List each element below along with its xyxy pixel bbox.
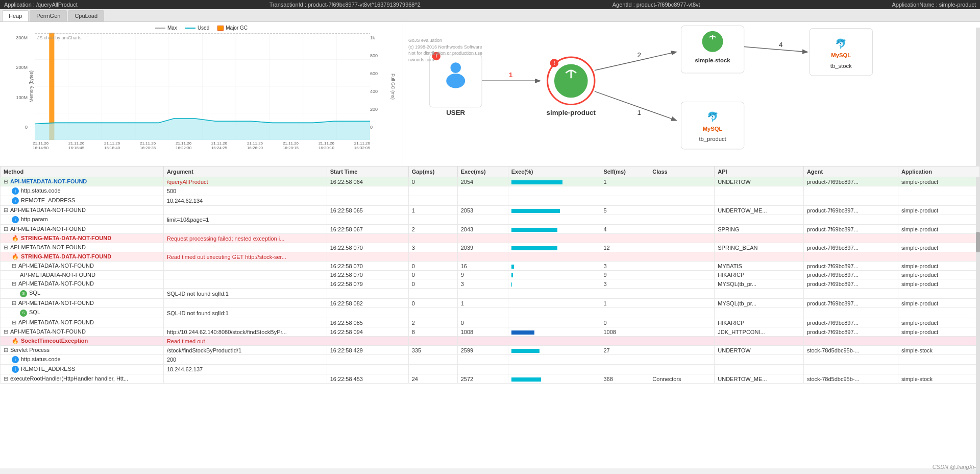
x-label-5: 21.11.2616:24:25 [211,141,227,150]
cell-start-time: 16:22:58 064 [327,177,408,186]
expand-icon[interactable]: ⊟ [4,226,8,232]
tabs-bar: Heap PermGen CpuLoad [0,9,980,22]
table-row: ihttp.paramlimit=10&page=1 [1,215,980,225]
expand-icon[interactable]: ⊟ [12,263,16,269]
cell-gap: 0 [408,279,457,289]
expand-icon[interactable]: ⊟ [12,319,16,325]
cell-application: simple-product [898,243,979,252]
tab-cpuload[interactable]: CpuLoad [68,10,104,21]
cell-application [898,234,979,243]
cell-start-time: 16:22:58 070 [327,262,408,271]
expand-icon[interactable]: ⊟ [4,347,8,353]
expand-icon[interactable]: ⊟ [4,244,8,250]
col-api: API [715,167,804,177]
cell-agent: product-7f69bc897... [803,327,898,337]
cell-application [898,252,979,262]
cell-gap [408,215,457,225]
y-right-1k: 1k [370,35,375,40]
cell-agent [803,355,898,365]
cell-exec-pct [508,279,600,289]
table-row: 🔥STRING-META-DATA-NOT-FOUNDRead timed ou… [1,252,980,262]
top-bar: Application : /queryAllProduct Transacti… [0,0,980,9]
cell-api [715,365,804,374]
cell-gap: 24 [408,374,457,384]
cell-argument: 10.244.62.137 [163,365,327,374]
cell-method: ⊟API-METADATA-NOT-FOUND [1,262,164,271]
col-application: Application [898,167,979,177]
expand-icon[interactable]: ⊟ [12,280,16,287]
cell-gap: 1 [408,206,457,215]
cell-exec: 16 [457,262,508,271]
cell-application [898,365,979,374]
y-right-600: 600 [370,71,378,76]
x-label-7: 21.11.2616:28:15 [283,141,299,150]
cell-self: 4 [600,225,649,234]
cell-start-time: 16:22:58 082 [327,299,408,308]
cell-start-time: 16:22:58 070 [327,271,408,279]
legend-used-label: Used [198,25,209,31]
cell-application [898,186,979,196]
sql-icon: S [20,310,27,317]
cell-application: simple-product [898,299,979,308]
table-body: ⊟API-METADATA-NOT-FOUND/queryAllProduct1… [1,177,980,384]
cell-argument: SQL-ID not found sqlId:1 [163,308,327,318]
cell-api: MYSQL(tb_pr... [715,299,804,308]
cell-application [898,308,979,318]
method-text: http.status.code [21,187,61,194]
scrollbar-thumb[interactable] [976,232,980,252]
cell-api [715,234,804,243]
cell-api: UNDERTOW [715,346,804,355]
svg-text:!: ! [553,61,555,66]
cell-api [715,289,804,299]
table-row: 🔥SocketTimeoutExceptionRead timed out [1,337,980,346]
scrollbar-track[interactable] [976,28,980,474]
cell-method: ihttp.status.code [1,186,164,196]
cell-start-time: 16:22:58 085 [327,318,408,327]
table-row: ⊟API-METADATA-NOT-FOUND16:22:58 082011MY… [1,299,980,308]
cell-agent: product-7f69bc897... [803,318,898,327]
tab-permgen[interactable]: PermGen [30,10,67,21]
cell-class [649,196,715,206]
expand-icon[interactable]: ⊟ [4,328,8,335]
cell-api: UNDERTOW_ME... [715,206,804,215]
cell-argument [163,225,327,234]
expand-icon[interactable]: ⊟ [12,300,16,306]
expand-icon[interactable]: ⊟ [4,207,8,213]
cell-self: 1 [600,177,649,186]
exec-bar [511,377,541,382]
cell-exec-pct [508,196,600,206]
cell-agent [803,308,898,318]
cell-class [649,243,715,252]
expand-icon[interactable]: ⊟ [4,375,8,382]
cell-exec: 2043 [457,225,508,234]
table-section[interactable]: Method Argument Start Time Gap(ms) Exec(… [0,166,980,468]
fire-icon: 🔥 [12,338,19,344]
table-row: ihttp.status.code200 [1,355,980,365]
method-text: executeRootHandler(HttpHandler handler, … [10,375,128,382]
cell-self [600,308,649,318]
cell-method: ⊟API-METADATA-NOT-FOUND [1,225,164,234]
cell-agent: product-7f69bc897... [803,206,898,215]
cell-class [649,346,715,355]
svg-text:tb_product: tb_product [699,136,726,142]
svg-text:1: 1 [638,109,641,116]
col-class: Class [649,167,715,177]
cell-application: simple-product [898,271,979,279]
cell-self: 3 [600,262,649,271]
chart-section: Max Used Major GC 300M 200M 100M [0,22,403,166]
col-gap: Gap(ms) [408,167,457,177]
cell-gap [408,308,457,318]
cell-api [715,308,804,318]
tab-heap[interactable]: Heap [2,10,29,21]
cell-method: ⊟API-METADATA-NOT-FOUND [1,299,164,308]
cell-api [715,215,804,225]
table-row: iREMOTE_ADDRESS10.244.62.134 [1,196,980,206]
cell-application [898,337,979,346]
col-start-time: Start Time [327,167,408,177]
cell-self [600,196,649,206]
chart-svg-container: JS chart by amCharts [35,33,370,140]
cell-application [898,196,979,206]
cell-api: HIKARICP [715,318,804,327]
cell-exec [457,308,508,318]
expand-icon[interactable]: ⊟ [4,178,8,184]
